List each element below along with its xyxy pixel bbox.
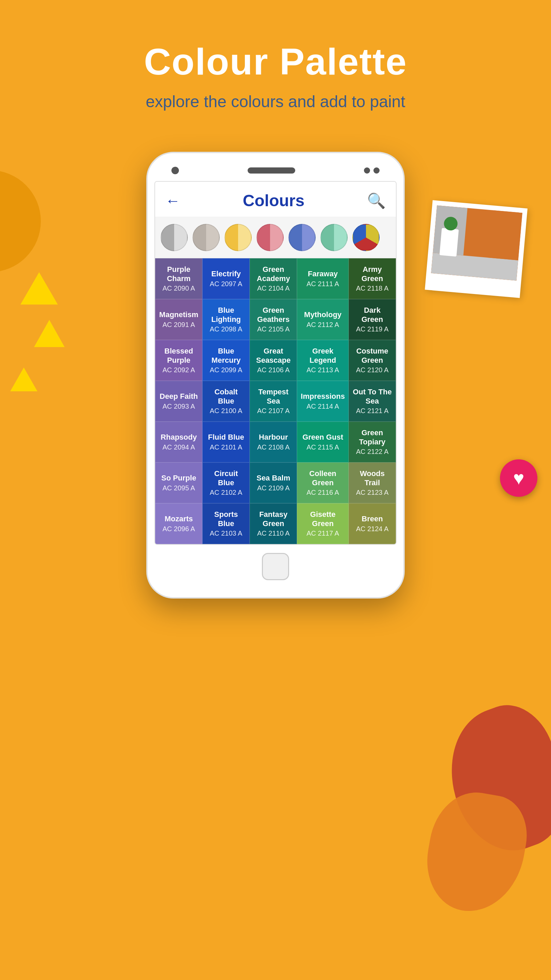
color-code: AC 2102 A — [210, 488, 243, 496]
color-name: Tempest Sea — [253, 388, 293, 406]
colors-grid: Purple CharmAC 2090 AElectrifyAC 2097 AG… — [155, 258, 396, 544]
color-circle-multi[interactable] — [353, 224, 380, 251]
color-code: AC 2112 A — [306, 321, 339, 329]
color-code: AC 2092 A — [163, 366, 195, 374]
polaroid-decoration — [425, 200, 527, 298]
color-name: Great Seascape — [253, 347, 293, 365]
color-cell-ac-2105-a[interactable]: Green GeathersAC 2105 A — [250, 299, 297, 340]
color-cell-ac-2118-a[interactable]: Army GreenAC 2118 A — [349, 258, 396, 299]
color-cell-ac-2123-a[interactable]: Woods TrailAC 2123 A — [349, 463, 396, 503]
color-name: Gisette Green — [301, 510, 345, 528]
color-name: Blue Lighting — [206, 306, 246, 324]
phone-dot-1 — [364, 167, 370, 173]
color-cell-ac-2104-a[interactable]: Green AcademyAC 2104 A — [250, 258, 297, 299]
color-name: Costume Green — [353, 347, 392, 365]
color-cell-ac-2099-a[interactable]: Blue MercuryAC 2099 A — [202, 340, 250, 381]
color-cell-ac-2097-a[interactable]: ElectrifyAC 2097 A — [202, 258, 250, 299]
color-cell-ac-2121-a[interactable]: Out To The SeaAC 2121 A — [349, 381, 396, 422]
color-cell-ac-2096-a[interactable]: MozartsAC 2096 A — [155, 503, 202, 544]
color-cell-ac-2109-a[interactable]: Sea BalmAC 2109 A — [250, 463, 297, 503]
color-circle-taupe[interactable] — [192, 224, 220, 251]
color-name: Impressions — [301, 392, 345, 401]
color-code: AC 2096 A — [163, 525, 195, 533]
color-code: AC 2104 A — [257, 285, 290, 292]
color-cell-ac-2095-a[interactable]: So PurpleAC 2095 A — [155, 463, 202, 503]
color-code: AC 2108 A — [257, 443, 290, 451]
color-code: AC 2106 A — [257, 366, 290, 374]
color-circle-pink[interactable] — [256, 224, 284, 251]
color-cell-ac-2091-a[interactable]: MagnetismAC 2091 A — [155, 299, 202, 340]
phone-speaker — [248, 167, 295, 173]
color-cell-ac-2102-a[interactable]: Circuit BlueAC 2102 A — [202, 463, 250, 503]
color-cell-ac-2090-a[interactable]: Purple CharmAC 2090 A — [155, 258, 202, 299]
color-cell-ac-2094-a[interactable]: RhapsodyAC 2094 A — [155, 422, 202, 463]
color-cell-ac-2119-a[interactable]: Dark GreenAC 2119 A — [349, 299, 396, 340]
color-cell-ac-2103-a[interactable]: Sports BlueAC 2103 A — [202, 503, 250, 544]
color-circle-blue[interactable] — [288, 224, 316, 251]
color-code: AC 2105 A — [257, 325, 290, 333]
color-cell-ac-2113-a[interactable]: Greek LegendAC 2113 A — [297, 340, 349, 381]
color-code: AC 2098 A — [210, 325, 243, 333]
color-code: AC 2093 A — [163, 402, 195, 410]
color-name: Faraway — [308, 269, 338, 278]
color-name: Blessed Purple — [159, 347, 198, 365]
color-code: AC 2107 A — [257, 407, 290, 415]
color-cell-ac-2114-a[interactable]: ImpressionsAC 2114 A — [297, 381, 349, 422]
color-cell-ac-2112-a[interactable]: MythologyAC 2112 A — [297, 299, 349, 340]
color-cell-ac-2115-a[interactable]: Green GustAC 2115 A — [297, 422, 349, 463]
color-cell-ac-2101-a[interactable]: Fluid BlueAC 2101 A — [202, 422, 250, 463]
color-circle-grey-white[interactable] — [160, 224, 188, 251]
color-cell-ac-2120-a[interactable]: Costume GreenAC 2120 A — [349, 340, 396, 381]
heart-button[interactable]: ♥ — [500, 460, 537, 497]
color-cell-ac-2106-a[interactable]: Great SeascapeAC 2106 A — [250, 340, 297, 381]
color-code: AC 2123 A — [356, 488, 389, 496]
color-name: Green Topiary — [353, 428, 392, 447]
color-code: AC 2109 A — [257, 484, 290, 492]
phone-screen: ← Colours 🔍 — [154, 181, 397, 545]
search-icon[interactable]: 🔍 — [367, 192, 386, 210]
heart-icon: ♥ — [513, 467, 524, 489]
color-name: Circuit Blue — [206, 469, 246, 487]
color-cell-ac-2122-a[interactable]: Green TopiaryAC 2122 A — [349, 422, 396, 463]
color-code: AC 2103 A — [210, 530, 243, 537]
color-name: Purple Charm — [159, 265, 198, 283]
phone-dot-2 — [373, 167, 380, 173]
color-cell-ac-2100-a[interactable]: Cobalt BlueAC 2100 A — [202, 381, 250, 422]
back-button[interactable]: ← — [165, 192, 180, 209]
color-code: AC 2115 A — [306, 443, 339, 451]
color-cell-ac-2098-a[interactable]: Blue LightingAC 2098 A — [202, 299, 250, 340]
phone-bottom — [154, 545, 397, 587]
color-cell-ac-2108-a[interactable]: HarbourAC 2108 A — [250, 422, 297, 463]
app-title: Colours — [243, 191, 305, 210]
color-name: Greek Legend — [301, 347, 345, 365]
color-cell-ac-2092-a[interactable]: Blessed PurpleAC 2092 A — [155, 340, 202, 381]
color-circle-teal[interactable] — [321, 224, 348, 251]
color-name: Green Gust — [302, 433, 343, 442]
color-name: Fantasy Green — [253, 510, 293, 528]
color-cell-ac-2116-a[interactable]: Colleen GreenAC 2116 A — [297, 463, 349, 503]
color-code: AC 2113 A — [306, 366, 339, 374]
color-cell-ac-2124-a[interactable]: BreenAC 2124 A — [349, 503, 396, 544]
color-filter-circles — [155, 217, 396, 258]
color-cell-ac-2107-a[interactable]: Tempest SeaAC 2107 A — [250, 381, 297, 422]
color-code: AC 2095 A — [163, 484, 195, 492]
color-cell-ac-2111-a[interactable]: FarawayAC 2111 A — [297, 258, 349, 299]
color-cell-ac-2117-a[interactable]: Gisette GreenAC 2117 A — [297, 503, 349, 544]
color-cell-ac-2110-a[interactable]: Fantasy GreenAC 2110 A — [250, 503, 297, 544]
color-code: AC 2110 A — [257, 530, 290, 537]
color-name: Mythology — [304, 310, 341, 319]
color-code: AC 2114 A — [306, 402, 339, 410]
color-cell-ac-2093-a[interactable]: Deep FaithAC 2093 A — [155, 381, 202, 422]
color-code: AC 2116 A — [306, 488, 339, 496]
color-code: AC 2118 A — [356, 285, 389, 292]
color-name: Army Green — [353, 265, 392, 283]
color-name: Out To The Sea — [353, 388, 392, 406]
color-circle-yellow[interactable] — [224, 224, 252, 251]
color-code: AC 2124 A — [356, 525, 389, 533]
color-name: Woods Trail — [353, 469, 392, 487]
color-code: AC 2099 A — [210, 366, 243, 374]
color-code: AC 2119 A — [356, 325, 389, 333]
color-name: Cobalt Blue — [206, 388, 246, 406]
home-button[interactable] — [262, 553, 289, 580]
color-code: AC 2097 A — [210, 280, 243, 288]
